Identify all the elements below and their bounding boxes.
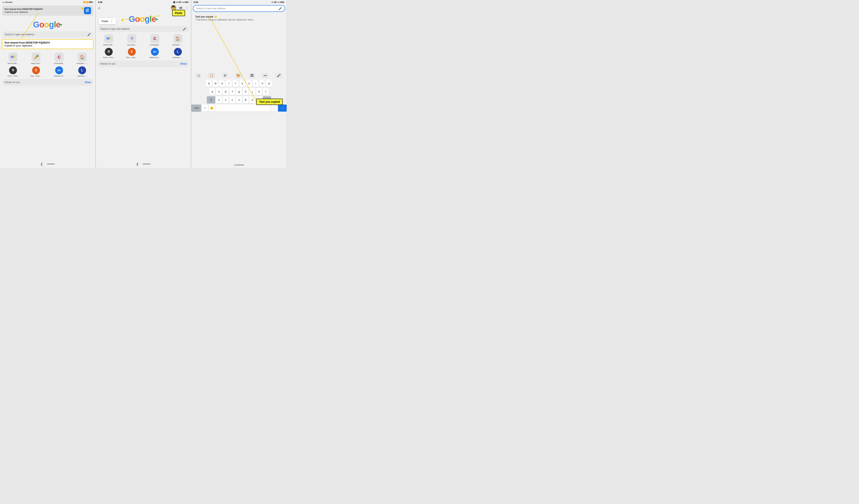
search-bar-2[interactable]: Search or type web address 🎤 — [98, 26, 189, 32]
paste-popup-2[interactable]: Paste ⋮ — [99, 18, 116, 24]
address-bar-3[interactable]: Search or type web address 🎤 — [193, 5, 285, 12]
shortcut-cool-2[interactable]: C CoolNeighb... — [145, 34, 165, 46]
mic-icon-kb[interactable]: 🎤 — [275, 73, 282, 78]
shortcut-schedule-2[interactable]: 🏠 Schedule — ... — [168, 34, 188, 46]
status-icons-1: 📶 📶 95% — [83, 1, 93, 3]
back-icon-2[interactable]: ❮ — [136, 162, 139, 166]
battery-3: 94% — [280, 1, 284, 3]
chevron-down-icon-3[interactable]: ∨ — [234, 163, 236, 167]
key-d[interactable]: d — [223, 88, 228, 95]
highlight-box-1: Text shared from DESKTOP-FQ281F4 Copied … — [2, 39, 93, 49]
shortcuts-row-1: WF Words With ... 🥕 Vegan Reci... C Cool… — [0, 51, 95, 65]
nav-bar-2: ❮ — [96, 160, 191, 168]
browser-circle-e-1: E — [32, 66, 40, 74]
key-v[interactable]: v — [236, 96, 242, 104]
shortcut-schedule-1[interactable]: 🏠 Schedule — ... — [72, 52, 92, 64]
key-c[interactable]: c — [229, 96, 235, 104]
key-space[interactable] — [215, 105, 271, 112]
mic-icon-2[interactable]: 🎤 — [183, 27, 186, 31]
key-j[interactable]: j — [250, 88, 255, 95]
key-z[interactable]: z — [216, 96, 222, 104]
key-h[interactable]: h — [243, 88, 248, 95]
key-symbols[interactable]: ?123 — [191, 105, 201, 112]
key-t[interactable]: t5 — [233, 80, 239, 87]
key-period[interactable]: . — [271, 105, 277, 112]
menu-dots-2[interactable]: ⋮ — [185, 6, 189, 10]
callout-label-paste: Paste — [175, 12, 182, 15]
status-bar-3: 6:03 ••• 52° ••• 94% — [191, 0, 287, 4]
browser-circle-r-1: R — [9, 66, 17, 74]
shortcut-label-schedule-1: Schedule — ... — [76, 62, 88, 64]
shortcut-vegan-1[interactable]: 🥕 Vegan Reci... — [26, 52, 46, 64]
mic-icon-3[interactable]: 🎤 — [278, 7, 282, 10]
keyboard-toolbar-3: ◁ 📋 ⚙ 🎨 🖼 ••• 🎤 — [191, 73, 287, 78]
time-2: 6:06 — [98, 1, 103, 3]
wf-icon-1: WF — [9, 52, 17, 62]
gear-icon-kb[interactable]: ⚙ — [222, 73, 228, 78]
status-bar-2: 6:06 🖼 ••• 52° ••• 94% — [96, 0, 191, 4]
key-u[interactable]: u7 — [246, 80, 252, 87]
cool-icon-2: C — [150, 34, 160, 43]
key-a[interactable]: a — [209, 88, 215, 95]
key-p[interactable]: p0 — [266, 80, 272, 87]
browser-e-2[interactable]: E Etsy - Shop ... — [122, 48, 142, 59]
browser-ny-1[interactable]: NY Welcome to... — [49, 66, 69, 77]
nav-bar-1: ❮ — [0, 160, 95, 168]
key-r[interactable]: r4 — [226, 80, 232, 87]
shortcut-cool-1[interactable]: C CoolNeighb... — [49, 52, 69, 64]
palette-icon-kb[interactable]: 🎨 — [235, 73, 242, 78]
more-icon-kb[interactable]: ••• — [262, 73, 269, 78]
browser-ny-2[interactable]: NY Welcome to... — [145, 48, 165, 59]
shortcut-wf-2[interactable]: WF Words With ... — [99, 34, 119, 46]
key-n[interactable]: n — [250, 96, 255, 104]
dots-icon-3: ••• — [271, 1, 274, 3]
battery-2: 94% — [185, 1, 189, 3]
back-icon-1[interactable]: ❮ — [40, 162, 43, 166]
key-f[interactable]: f — [229, 88, 235, 95]
image-icon-kb[interactable]: 🖼 — [249, 73, 255, 78]
kb-row-4: ?123 / 🙂 . → — [191, 105, 287, 112]
shortcut-upcoming-2[interactable]: ⑂ Upcoming ... — [122, 34, 142, 46]
paste-label-2[interactable]: Paste — [102, 20, 108, 22]
callout-label-text-copied: Text you copied — [259, 100, 280, 104]
key-q[interactable]: q1 — [206, 80, 212, 87]
browser-circle-l-2: L — [174, 48, 182, 56]
paste-menu-2[interactable]: ⋮ — [110, 19, 113, 23]
tab-count-2[interactable]: 29 — [178, 6, 183, 10]
articles-show-2[interactable]: Show — [180, 62, 186, 65]
key-i[interactable]: i8 — [253, 80, 259, 87]
key-s[interactable]: s — [216, 88, 222, 95]
google-logo-area-1: G o o g l e ▶ — [0, 17, 95, 31]
browser-label-e-1: Etsy - Shop ... — [31, 75, 42, 77]
browser-r-1[interactable]: R Home - Rive... — [3, 66, 23, 77]
key-k[interactable]: k — [256, 88, 262, 95]
yellow-dot-1 — [81, 7, 84, 10]
key-e[interactable]: e3 — [219, 80, 225, 87]
browser-r-2[interactable]: R Home - Rive... — [99, 48, 119, 59]
key-l[interactable]: l — [263, 88, 269, 95]
key-slash[interactable]: / — [202, 105, 208, 112]
key-b[interactable]: b — [243, 96, 248, 104]
back-arrow-kb[interactable]: ◁ — [196, 73, 201, 78]
signal-icon-1: 📶 — [86, 1, 89, 3]
highlight-line2-1: Copied to your clipboard — [4, 44, 91, 47]
articles-show-1[interactable]: Show — [85, 81, 91, 84]
key-y[interactable]: y6 — [239, 80, 245, 87]
wf-icon-2: WF — [104, 34, 113, 43]
search-bar-1[interactable]: Search or type web address 🎤 — [2, 31, 93, 37]
key-x[interactable]: x — [223, 96, 228, 104]
key-send[interactable]: → — [278, 105, 287, 112]
key-shift[interactable]: ⇧ — [207, 96, 215, 104]
browser-l-2[interactable]: L Literotica - ... — [168, 48, 188, 59]
home-icon-2[interactable]: ⌂ — [98, 6, 100, 10]
key-emoji[interactable]: 🙂 — [209, 105, 214, 112]
home-indicator-2 — [142, 163, 151, 164]
mic-icon-1[interactable]: 🎤 — [87, 33, 91, 36]
key-w[interactable]: w2 — [213, 80, 218, 87]
browser-e-1[interactable]: E Etsy - Shop ... — [26, 66, 46, 77]
clipboard-icon-kb[interactable]: 📋 — [208, 73, 215, 78]
browser-l-1[interactable]: L Literotica - ... — [72, 66, 92, 77]
key-g[interactable]: g — [236, 88, 242, 95]
key-o[interactable]: o9 — [259, 80, 266, 87]
shortcut-wf-1[interactable]: WF Words With ... — [3, 52, 23, 64]
